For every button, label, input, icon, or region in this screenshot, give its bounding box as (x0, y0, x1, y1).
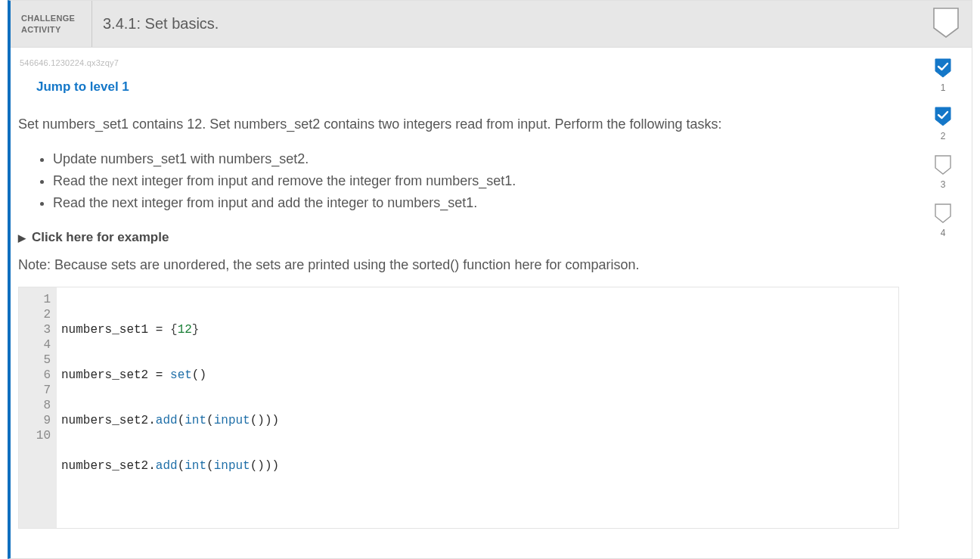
line-number: 1 (19, 292, 51, 307)
line-number: 6 (19, 368, 51, 383)
line-number: 9 (19, 413, 51, 428)
line-number: 4 (19, 337, 51, 352)
code-editor[interactable]: 1 2 3 4 5 6 7 8 9 10 numbers_set1 = {12}… (18, 287, 899, 529)
line-number: 3 (19, 322, 51, 337)
level-indicator[interactable]: 3 (922, 155, 964, 190)
tracker-id: 546646.1230224.qx3zqy7 (20, 58, 899, 67)
code-line (61, 504, 898, 519)
badge-line-2: ACTIVITY (21, 24, 84, 36)
activity-badge: CHALLENGE ACTIVITY (11, 1, 92, 47)
progress-shield-icon (932, 7, 963, 40)
task-item: Read the next integer from input and rem… (53, 170, 899, 192)
example-toggle[interactable]: ▶ Click here for example (18, 230, 899, 245)
activity-title: 3.4.1: Set basics. (92, 1, 932, 47)
editor-codearea[interactable]: numbers_set1 = {12} numbers_set2 = set()… (57, 287, 898, 528)
level-shield-icon (935, 203, 951, 223)
line-number: 8 (19, 398, 51, 413)
badge-line-1: CHALLENGE (21, 13, 84, 24)
challenge-panel: CHALLENGE ACTIVITY 3.4.1: Set basics. 54… (8, 0, 972, 559)
line-number: 2 (19, 307, 51, 322)
line-number: 5 (19, 352, 51, 368)
level-shield-icon (935, 58, 951, 78)
activity-main: 546646.1230224.qx3zqy7 Jump to level 1 S… (18, 58, 922, 529)
activity-header: CHALLENGE ACTIVITY 3.4.1: Set basics. (11, 1, 972, 48)
level-number: 1 (941, 82, 946, 93)
level-number: 4 (941, 228, 946, 238)
code-line: numbers_set2.add(int(input())) (61, 413, 898, 428)
level-indicator[interactable]: 4 (922, 203, 964, 238)
level-shield-icon (935, 107, 951, 126)
line-number: 7 (19, 383, 51, 398)
note-text: Note: Because sets are unordered, the se… (18, 257, 899, 273)
level-shield-icon (935, 155, 951, 175)
level-number: 2 (941, 131, 946, 141)
triangle-right-icon: ▶ (18, 232, 26, 244)
task-item: Read the next integer from input and add… (53, 192, 899, 214)
level-indicator[interactable]: 2 (922, 107, 964, 141)
code-line: numbers_set2 = set() (61, 368, 898, 383)
line-number: 10 (19, 428, 51, 443)
example-toggle-label: Click here for example (32, 230, 169, 245)
code-line: numbers_set2.add(int(input())) (61, 458, 898, 474)
level-number: 3 (941, 179, 946, 190)
level-indicator-column: 1 2 (922, 58, 964, 529)
editor-gutter: 1 2 3 4 5 6 7 8 9 10 (19, 287, 57, 528)
prompt-text: Set numbers_set1 contains 12. Set number… (18, 114, 899, 135)
level-indicator[interactable]: 1 (922, 58, 964, 93)
task-item: Update numbers_set1 with numbers_set2. (53, 148, 899, 170)
task-list: Update numbers_set1 with numbers_set2. R… (53, 148, 899, 213)
code-line: numbers_set1 = {12} (61, 322, 898, 337)
jump-to-level-link[interactable]: Jump to level 1 (36, 79, 129, 95)
